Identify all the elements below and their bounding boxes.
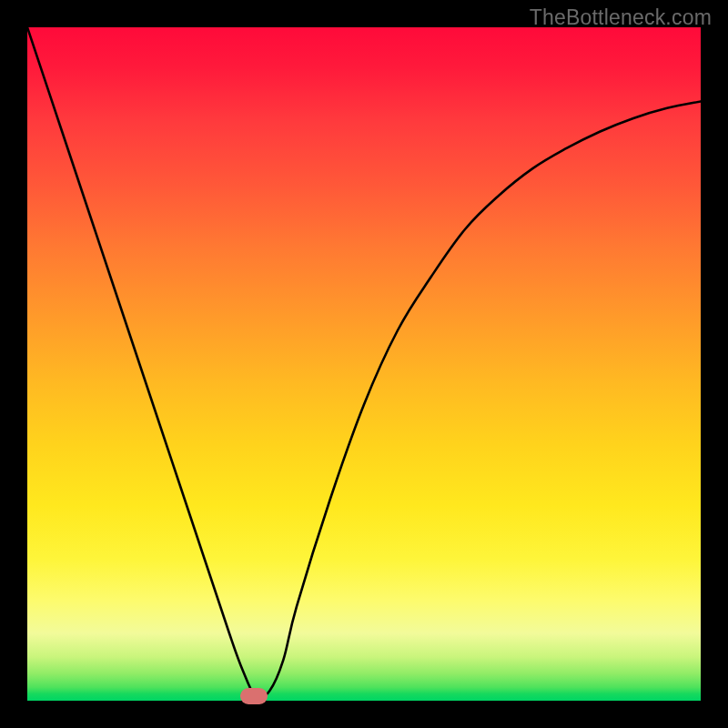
bottleneck-curve-path — [27, 27, 701, 699]
watermark-text: TheBottleneck.com — [530, 5, 712, 30]
curve-layer — [27, 27, 701, 701]
plot-area — [27, 27, 701, 701]
optimum-marker — [240, 688, 268, 704]
chart-frame: TheBottleneck.com — [0, 0, 728, 728]
